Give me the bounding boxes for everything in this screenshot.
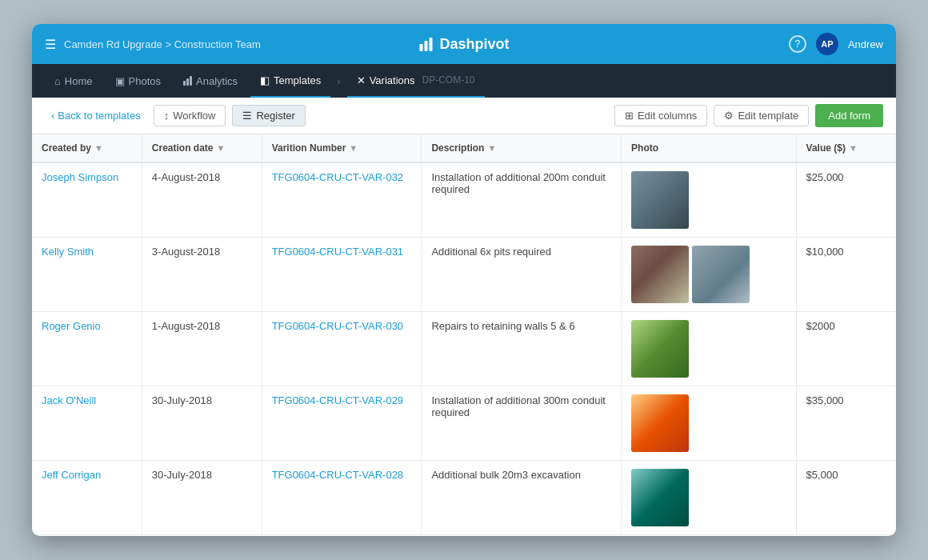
cell-variation-number: TFG0604-CRU-CT-VAR-029	[262, 386, 422, 461]
filter-variation-icon[interactable]: ▼	[349, 143, 358, 153]
cell-variation-number: TFG0604-CRU-CT-VAR-028	[262, 461, 422, 535]
cell-description: Additional bulk 20m3 excavation	[422, 461, 622, 535]
filter-date-icon[interactable]: ▼	[217, 143, 226, 153]
breadcrumb-arrow: ›	[337, 75, 340, 87]
photos-icon: ▣	[115, 75, 125, 87]
filter-value-icon[interactable]: ▼	[849, 143, 858, 153]
variation-number-link[interactable]: TFG0604-CRU-CT-VAR-031	[272, 246, 403, 258]
navbar: ⌂ Home ▣ Photos Analytics ◧ Templates › …	[32, 64, 896, 98]
user-name[interactable]: Andrew	[848, 38, 883, 50]
svg-rect-0	[419, 44, 422, 51]
cell-variation-number: TFG0604-CRU-CT-VAR-031	[262, 238, 422, 312]
variation-number-link[interactable]: TFG0604-CRU-CT-VAR-032	[272, 171, 403, 183]
cell-created-by: Kelly Smith	[32, 238, 142, 312]
variations-table: Created by ▼ Creation date ▼ Varition Nu…	[32, 134, 896, 535]
cell-description: Installation of additional 200m conduit …	[422, 162, 622, 238]
edit-columns-button[interactable]: ⊞ Edit columns	[614, 105, 707, 126]
workflow-tab[interactable]: ↕ Workflow	[154, 105, 226, 126]
created-by-link[interactable]: Jeff Corrigan	[42, 469, 101, 481]
table-row: Joseph Simpson4-August-2018TFG0604-CRU-C…	[32, 162, 896, 238]
col-photo: Photo	[622, 134, 796, 162]
cell-creation-date: 3-August-2018	[142, 238, 262, 312]
col-value[interactable]: Value ($) ▼	[796, 134, 896, 162]
table-row: Jack O'Neill30-July-2018TFG0604-CRU-CT-V…	[32, 386, 896, 461]
col-creation-date[interactable]: Creation date ▼	[142, 134, 262, 162]
variations-icon: ✕	[357, 74, 366, 86]
register-tab[interactable]: ☰ Register	[232, 105, 305, 126]
project-label: Camden Rd Upgrade > Construction Team	[64, 38, 261, 50]
cell-value: $35,000	[796, 386, 896, 461]
hamburger-icon[interactable]: ☰	[45, 37, 56, 52]
cell-creation-date: 30-July-2018	[142, 461, 262, 535]
avatar[interactable]: AP	[816, 33, 838, 55]
filter-created-icon[interactable]: ▼	[94, 143, 103, 153]
created-by-link[interactable]: Jack O'Neill	[42, 394, 96, 406]
app-window: ☰ Camden Rd Upgrade > Construction Team …	[32, 24, 896, 536]
col-created-by[interactable]: Created by ▼	[32, 134, 142, 162]
workflow-icon: ↕	[164, 110, 170, 122]
col-variation-number[interactable]: Varition Number ▼	[262, 134, 422, 162]
photo-thumbnail[interactable]	[631, 320, 689, 378]
col-description[interactable]: Description ▼	[422, 134, 622, 162]
cell-value: $2000	[796, 312, 896, 386]
home-icon: ⌂	[54, 75, 61, 87]
photo-thumbnail[interactable]	[631, 469, 689, 526]
created-by-link[interactable]: Kelly Smith	[42, 246, 94, 258]
nav-variations[interactable]: ✕ Variations DP-COM-10	[347, 64, 485, 98]
table-row: Roger Genio1-August-2018TFG0604-CRU-CT-V…	[32, 312, 896, 386]
variation-number-link[interactable]: TFG0604-CRU-CT-VAR-028	[272, 469, 403, 481]
topbar: ☰ Camden Rd Upgrade > Construction Team …	[32, 24, 896, 64]
nav-templates[interactable]: ◧ Templates	[250, 64, 330, 98]
photo-thumbnail[interactable]	[692, 246, 750, 303]
variation-number-link[interactable]: TFG0604-CRU-CT-VAR-030	[272, 320, 403, 332]
edit-template-icon: ⚙	[724, 110, 734, 122]
cell-creation-date: 4-August-2018	[142, 162, 262, 238]
register-icon: ☰	[242, 110, 252, 122]
created-by-link[interactable]: Roger Genio	[42, 320, 101, 332]
cell-photo	[622, 162, 796, 238]
cell-description: Additional 6x pits required	[422, 238, 622, 312]
brand-icon	[418, 36, 434, 52]
created-by-link[interactable]: Joseph Simpson	[42, 171, 118, 183]
back-icon: ‹	[51, 110, 54, 122]
cell-variation-number: TFG0604-CRU-CT-VAR-030	[262, 312, 422, 386]
photo-thumbnail[interactable]	[631, 171, 689, 229]
filter-desc-icon[interactable]: ▼	[487, 143, 496, 153]
toolbar: ‹ Back to templates ↕ Workflow ☰ Registe…	[32, 98, 896, 134]
add-form-button[interactable]: Add form	[815, 104, 883, 127]
cell-value: $25,000	[796, 162, 896, 238]
edit-template-button[interactable]: ⚙ Edit template	[714, 105, 809, 126]
variations-code: DP-COM-10	[422, 74, 475, 86]
brand-logo: Dashpivot	[418, 36, 509, 53]
svg-rect-2	[429, 38, 432, 51]
table-row: Kelly Smith3-August-2018TFG0604-CRU-CT-V…	[32, 238, 896, 312]
photo-thumbnail[interactable]	[631, 246, 689, 303]
nav-home[interactable]: ⌂ Home	[45, 64, 102, 98]
cell-photo	[622, 238, 796, 312]
cell-description: Installation of additional 300m conduit …	[422, 386, 622, 461]
nav-analytics[interactable]: Analytics	[174, 64, 247, 98]
cell-created-by: Joseph Simpson	[32, 162, 142, 238]
table-area: Created by ▼ Creation date ▼ Varition Nu…	[32, 134, 896, 536]
nav-photos[interactable]: ▣ Photos	[106, 64, 170, 98]
table-header-row: Created by ▼ Creation date ▼ Varition Nu…	[32, 134, 896, 162]
analytics-icon	[183, 74, 192, 88]
cell-creation-date: 30-July-2018	[142, 386, 262, 461]
cell-creation-date: 1-August-2018	[142, 312, 262, 386]
edit-columns-icon: ⊞	[625, 110, 634, 122]
cell-description: Repairs to retaining walls 5 & 6	[422, 312, 622, 386]
cell-value: $5,000	[796, 461, 896, 535]
help-icon[interactable]: ?	[789, 35, 806, 53]
cell-created-by: Roger Genio	[32, 312, 142, 386]
templates-icon: ◧	[260, 74, 270, 86]
back-to-templates-button[interactable]: ‹ Back to templates	[45, 106, 147, 125]
cell-variation-number: TFG0604-CRU-CT-VAR-032	[262, 162, 422, 238]
cell-photo	[622, 386, 796, 461]
cell-photo	[622, 312, 796, 386]
cell-value: $10,000	[796, 238, 896, 312]
svg-rect-1	[424, 41, 427, 51]
photo-thumbnail[interactable]	[631, 394, 689, 452]
variation-number-link[interactable]: TFG0604-CRU-CT-VAR-029	[272, 394, 403, 406]
table-row: Jeff Corrigan30-July-2018TFG0604-CRU-CT-…	[32, 461, 896, 535]
cell-photo	[622, 461, 796, 535]
